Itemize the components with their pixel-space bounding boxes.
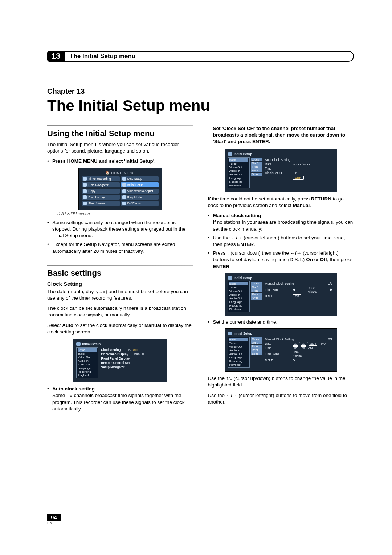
arrow-down-icon: ↓	[227, 250, 229, 256]
bullet-item: • Press ↓ (cursor down) then use the ←/→…	[208, 250, 354, 270]
chapter-title-pill: The Initial Setup menu	[64, 51, 354, 62]
arrow-left-right-icon: ←/→	[231, 235, 242, 240]
sub-heading: Clock Setting	[47, 281, 193, 287]
setup-icon	[122, 183, 126, 187]
bullet-item: • Auto clock setting Some TV channels br…	[47, 386, 193, 412]
menu-item: Video/Audio Adjust	[121, 189, 159, 194]
arrow-left-right-icon: ←/→	[226, 393, 237, 398]
home-menu-title: HOME MENU	[111, 171, 135, 175]
page-title: The Initial Setup menu	[47, 97, 354, 114]
page-number: 94	[47, 514, 61, 521]
bullet-text: Some TV channels broadcast time signals …	[52, 393, 184, 411]
fig-title: Initial Setup	[234, 152, 252, 156]
arrow-up-down-icon: ↑/↓	[226, 376, 232, 381]
bullet-item: •Some settings can only be changed when …	[47, 219, 193, 239]
setup-screenshot-manualclock2: Initial Setup Basic Tuner Video Out Audi…	[225, 328, 337, 372]
body-text: Select Auto to set the clock automatical…	[47, 322, 193, 335]
dv-icon	[122, 202, 126, 205]
fig-main: Manual Clock Setting1/2 Time Zone◀USAAla…	[264, 281, 334, 312]
setup-screenshot-basic: Initial Setup Basic Tuner Video Out Audi…	[73, 339, 167, 382]
menu-item: Disc History	[82, 195, 120, 200]
section-heading: Using the Initial Setup menu	[47, 129, 193, 138]
section-heading: Basic settings	[47, 268, 193, 278]
adjust-icon	[122, 189, 126, 193]
fig-title: Initial Setup	[234, 276, 252, 280]
figure-caption: DVR-520H screen	[57, 211, 193, 216]
fig-main: Manual Clock Setting2/2 Date01 / 01 / 20…	[264, 337, 334, 368]
bullet-item: • Use the ←/→ (cursor left/right) button…	[208, 235, 354, 248]
nav-icon	[83, 183, 87, 187]
menu-item: PhotoViewer	[82, 201, 120, 206]
bullet-item: •Except for the Setup Navigator, menu sc…	[47, 241, 193, 254]
menu-item: Copy	[82, 189, 120, 194]
bullet-title: Auto clock setting	[52, 386, 95, 392]
body-text: Use the ↑/↓ (cursor up/down) buttons to …	[208, 375, 354, 388]
right-column: Set 'Clock Set CH' to the channel preset…	[208, 125, 354, 414]
fig-title: Initial Setup	[234, 332, 252, 335]
bullet-text: If no stations in your area are broadcas…	[213, 219, 353, 231]
fig-sidebar: Basic Tuner Video Out Audio In Audio Out…	[228, 337, 250, 368]
history-icon	[83, 195, 87, 199]
gear-icon	[228, 332, 232, 335]
instruction-text: Set 'Clock Set CH' to the channel preset…	[208, 125, 354, 145]
page-language: En	[47, 521, 61, 525]
fig-main: Clock Setting▷Auto On Screen DisplayManu…	[99, 347, 164, 378]
home-menu-screenshot: 🏠 HOME MENU Timer Recording Disc Setup D…	[78, 168, 162, 210]
menu-item: Disc Setup	[121, 176, 159, 181]
left-column: Using the Initial Setup menu The Initial…	[47, 125, 193, 414]
photo-icon	[83, 202, 87, 205]
section-rule	[47, 265, 193, 266]
menu-item-selected: Initial Setup	[121, 182, 159, 187]
fig-sidebar: Basic Tuner Video Out Audio In Audio Out…	[228, 281, 250, 312]
menu-item: Timer Recording	[82, 176, 120, 181]
chapter-number-badge: 13	[47, 51, 65, 62]
fig-sidebar: Basic Tuner Video Out Audio In Audio Out…	[76, 347, 98, 378]
timer-icon	[83, 177, 87, 181]
page-footer: 94 En	[47, 514, 61, 525]
body-text: Use the ←/→ (cursor left/right) buttons …	[208, 392, 354, 405]
body-text: The Initial Setup menu is where you can …	[47, 141, 193, 154]
page-header: 13 The Initial Setup menu	[47, 51, 354, 62]
section-rule	[47, 125, 193, 126]
menu-item: Disc Navigator	[82, 182, 120, 187]
bullet-text: Press HOME MENU and select 'Initial Setu…	[52, 158, 193, 165]
bullet-item: •Set the current date and time.	[208, 319, 354, 325]
bullet-item: •Press HOME MENU and select 'Initial Set…	[47, 158, 193, 165]
arrow-left-right-icon: ←/→	[290, 250, 302, 256]
disc-icon	[122, 177, 126, 181]
fig-submenu: Clock On S Fron Rem Setu	[251, 157, 262, 188]
gear-icon	[228, 152, 232, 156]
fig-submenu: Clock On S Fron Rem Setu	[251, 337, 262, 368]
play-icon	[122, 195, 126, 199]
fig-submenu: Clock On S Fron Rem Setu	[251, 281, 262, 312]
setup-screenshot-manualclock1: Initial Setup Basic Tuner Video Out Audi…	[225, 273, 337, 316]
body-text: The clock can be set automatically if th…	[47, 305, 193, 318]
chapter-label: Chapter 13	[47, 87, 354, 96]
body-text: The date (month, day, year) and time mus…	[47, 288, 193, 301]
fig-main: Auto Clock Setting Date- - / - - / - - -…	[264, 157, 334, 188]
fig-title: Initial Setup	[82, 342, 101, 346]
bullet-title: Manual clock setting	[213, 213, 261, 218]
bullet-text: Some settings can only be changed when t…	[52, 219, 193, 239]
bullet-item: • Manual clock setting If no stations in…	[208, 212, 354, 232]
menu-item: Play Mode	[121, 195, 159, 200]
body-text: If the time could not be set automatical…	[208, 196, 354, 209]
setup-screenshot-autoclock: Initial Setup Basic Tuner Video Out Audi…	[225, 149, 337, 192]
fig-sidebar: Basic Tuner Video Out Audio In Audio Out…	[228, 157, 250, 188]
copy-icon	[83, 189, 87, 193]
gear-icon	[76, 342, 81, 346]
bullet-text: Except for the Setup Navigator, menu scr…	[52, 241, 193, 254]
gear-icon	[228, 276, 232, 280]
bullet-text: Set the current date and time.	[213, 319, 354, 325]
menu-item: DV Record	[121, 201, 159, 206]
